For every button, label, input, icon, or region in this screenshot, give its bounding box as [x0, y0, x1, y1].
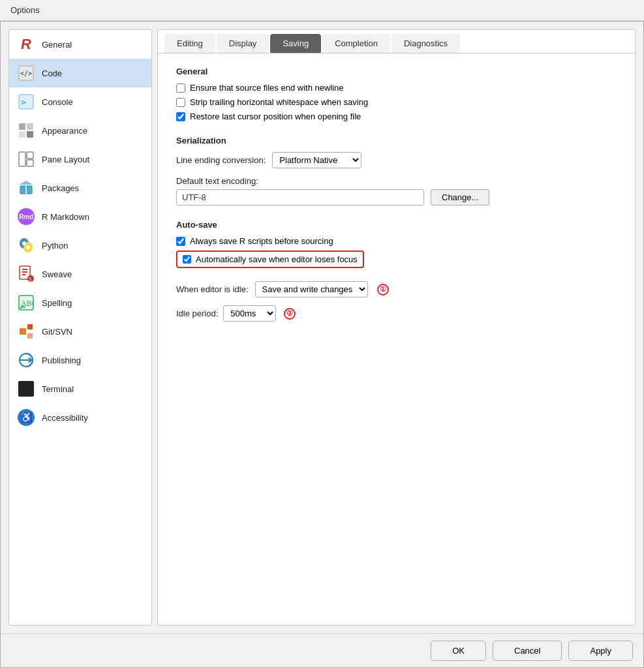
spelling-icon: ABC — [17, 294, 35, 312]
main-panel: Editing Display Saving Completion Diagno… — [157, 29, 636, 626]
dialog-body: R General </> Code > — [1, 22, 643, 633]
ok-button[interactable]: OK — [431, 641, 486, 661]
svg-rect-27 — [27, 324, 33, 329]
autosave-title: Auto-save — [176, 220, 617, 230]
sidebar-item-terminal[interactable]: Terminal — [9, 374, 151, 403]
svg-rect-5 — [27, 123, 33, 130]
svg-rect-21 — [22, 274, 25, 275]
tabs-bar: Editing Display Saving Completion Diagno… — [158, 30, 635, 53]
cursor-row: Restore last cursor position when openin… — [176, 112, 617, 121]
line-ending-label: Line ending conversion: — [176, 155, 266, 165]
sidebar-item-label: Accessibility — [42, 413, 88, 423]
period-label: Idle period: — [176, 309, 218, 318]
sidebar-item-label: Pane Layout — [42, 155, 89, 164]
svg-rect-6 — [19, 131, 25, 138]
svg-rect-4 — [19, 123, 25, 130]
sidebar-item-label: Sweave — [42, 269, 72, 279]
sidebar-item-pane-layout[interactable]: Pane Layout — [9, 145, 151, 174]
cursor-label: Restore last cursor position when openin… — [190, 112, 361, 121]
rmarkdown-icon: Rmd — [17, 207, 35, 226]
general-section: General Ensure that source files end wit… — [176, 67, 617, 121]
terminal-icon — [17, 380, 35, 398]
sidebar-item-label: Terminal — [42, 384, 74, 394]
sidebar-item-label: R Markdown — [42, 212, 89, 222]
trailing-checkbox[interactable] — [176, 98, 185, 107]
svg-rect-19 — [22, 269, 27, 270]
encoding-label: Default text encoding: — [176, 176, 617, 186]
sidebar-item-publishing[interactable]: Publishing — [9, 346, 151, 374]
svg-rect-9 — [27, 152, 33, 159]
change-button[interactable]: Change... — [431, 189, 489, 205]
svg-rect-26 — [20, 328, 26, 335]
sidebar-item-label: Code — [42, 68, 62, 78]
idle-label: When editor is idle: — [176, 284, 249, 294]
sidebar: R General </> Code > — [8, 29, 152, 626]
svg-rect-8 — [19, 152, 25, 166]
trailing-label: Strip trailing horizontal whitespace whe… — [190, 97, 368, 107]
panel-body: General Ensure that source files end wit… — [158, 53, 635, 625]
tab-saving[interactable]: Saving — [270, 34, 321, 53]
trailing-row: Strip trailing horizontal whitespace whe… — [176, 97, 617, 107]
python-icon — [17, 236, 35, 254]
serialization-title: Serialization — [176, 136, 617, 145]
save-before-source-row: Always save R scripts before sourcing — [176, 236, 617, 246]
save-before-source-checkbox[interactable] — [176, 237, 185, 246]
newline-checkbox[interactable] — [176, 84, 185, 93]
tab-editing[interactable]: Editing — [164, 34, 215, 53]
sidebar-item-label: Publishing — [42, 356, 81, 365]
sidebar-item-rmarkdown[interactable]: Rmd R Markdown — [9, 202, 151, 231]
sidebar-item-sweave[interactable]: S Sweave — [9, 260, 151, 288]
git-icon — [17, 322, 35, 341]
sidebar-item-label: Python — [42, 241, 68, 250]
sidebar-item-git-svn[interactable]: Git/SVN — [9, 317, 151, 346]
apply-button[interactable]: Apply — [568, 641, 633, 661]
packages-icon — [17, 179, 35, 197]
sidebar-item-spelling[interactable]: ABC Spelling — [9, 288, 151, 317]
save-on-focus-checkbox[interactable] — [183, 255, 191, 264]
publishing-icon — [17, 351, 35, 369]
idle-select[interactable]: Save and write changes Backup only Nothi… — [255, 281, 368, 297]
tab-diagnostics[interactable]: Diagnostics — [391, 34, 460, 53]
svg-marker-12 — [19, 181, 33, 185]
idle-row: When editor is idle: Save and write chan… — [176, 281, 617, 297]
svg-text:>: > — [21, 97, 26, 107]
save-on-focus-container: Automatically save when editor loses foc… — [176, 250, 617, 275]
sidebar-item-label: Console — [42, 97, 73, 107]
sidebar-item-packages[interactable]: Packages — [9, 174, 151, 202]
line-ending-select[interactable]: Platform Native Windows (CR/LF) POSIX (L… — [272, 152, 361, 168]
sidebar-item-appearance[interactable]: Appearance — [9, 116, 151, 145]
serialization-section: Serialization Line ending conversion: Pl… — [176, 136, 617, 205]
svg-text:</>: </> — [20, 70, 32, 77]
svg-point-17 — [26, 245, 30, 249]
encoding-input[interactable] — [176, 189, 424, 205]
sidebar-item-label: Packages — [42, 183, 79, 193]
newline-row: Ensure that source files end with newlin… — [176, 83, 617, 93]
title-bar: Options — [0, 0, 644, 21]
sidebar-item-label: Spelling — [42, 298, 72, 308]
encoding-row: Change... — [176, 189, 617, 205]
sidebar-item-python[interactable]: Python — [9, 231, 151, 260]
sidebar-item-accessibility[interactable]: ♿ Accessibility — [9, 403, 151, 432]
sidebar-item-console[interactable]: > Console — [9, 87, 151, 116]
sidebar-item-general[interactable]: R General — [9, 30, 151, 59]
dialog-footer: OK Cancel Apply — [1, 633, 643, 667]
period-row: Idle period: 250ms 500ms 1000ms 2000ms ② — [176, 305, 617, 322]
cancel-button[interactable]: Cancel — [493, 641, 562, 661]
period-select[interactable]: 250ms 500ms 1000ms 2000ms — [223, 305, 276, 322]
save-before-source-label: Always save R scripts before sourcing — [190, 236, 333, 246]
svg-rect-7 — [27, 131, 33, 138]
sidebar-item-code[interactable]: </> Code — [9, 59, 151, 87]
sweave-icon: S — [17, 265, 35, 283]
cursor-checkbox[interactable] — [176, 112, 185, 121]
tab-completion[interactable]: Completion — [322, 34, 390, 53]
console-icon: > — [17, 93, 35, 111]
options-dialog: R General </> Code > — [0, 21, 644, 668]
save-on-focus-highlight: Automatically save when editor loses foc… — [176, 250, 364, 268]
svg-rect-10 — [27, 160, 33, 166]
save-on-focus-label: Automatically save when editor loses foc… — [196, 254, 358, 264]
code-icon: </> — [17, 64, 35, 82]
sidebar-item-label: General — [42, 40, 72, 50]
svg-text:S: S — [29, 277, 31, 282]
appearance-icon — [17, 121, 35, 140]
tab-display[interactable]: Display — [217, 34, 269, 53]
